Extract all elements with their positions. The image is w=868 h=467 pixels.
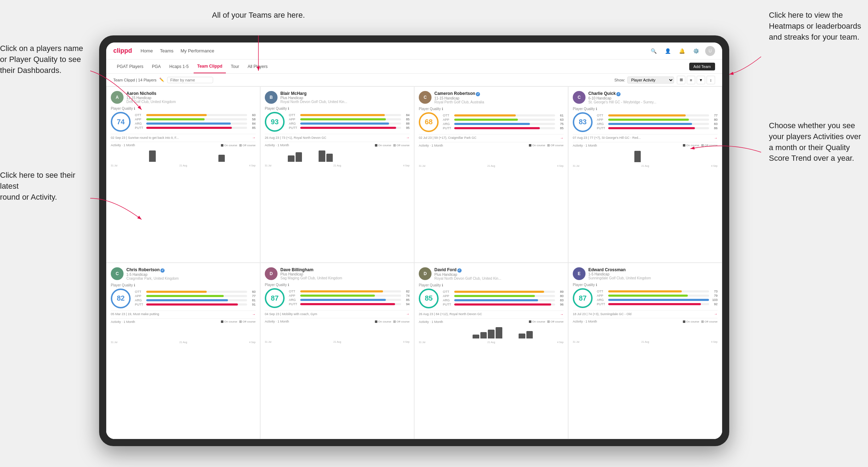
toolbar: Team Clippd | 14 Players ✏️ Show: Player…: [106, 74, 722, 86]
activity-label: Activity · 1 Month: [265, 320, 289, 323]
player-header[interactable]: B Blair McHarg Plus Handicap Royal North…: [265, 91, 410, 104]
activity-label: Activity · 1 Month: [265, 143, 289, 147]
settings-icon[interactable]: ⚙️: [691, 46, 701, 56]
stat-value: 80: [556, 294, 564, 298]
player-name[interactable]: Aaron Nicholls: [126, 91, 256, 96]
filter-button[interactable]: ▼: [697, 76, 705, 84]
tab-tour[interactable]: Tour: [227, 59, 242, 73]
stat-bar-bg: [146, 127, 247, 129]
latest-round[interactable]: 05 Mar 23 | 19, Must make putting →: [111, 311, 256, 316]
stat-name: OTT: [135, 290, 145, 294]
player-name[interactable]: Dave Billingham: [280, 267, 410, 272]
stat-name: OTT: [135, 113, 145, 117]
stat-value: 89: [556, 290, 564, 294]
chart-bar: [218, 155, 225, 162]
legend-off-course: Off course: [701, 320, 718, 323]
stat-value: 85: [556, 126, 564, 130]
nav-my-performance[interactable]: My Performance: [181, 47, 214, 55]
player-name[interactable]: Blair McHarg: [280, 91, 410, 96]
latest-round[interactable]: 26 Aug 23 | 73 (+1), Royal North Devon G…: [265, 134, 410, 139]
legend-off-course: Off course: [239, 320, 256, 323]
player-header[interactable]: D David Ford✓ Plus Handicap Royal North …: [419, 267, 564, 280]
quality-circle[interactable]: 93: [265, 112, 285, 132]
latest-round[interactable]: 18 Jul 23 | 74 (+3), Sunningdale GC - Ol…: [573, 310, 718, 316]
bell-icon[interactable]: 🔔: [677, 46, 687, 56]
stat-row: OTT 82: [289, 290, 410, 293]
player-header[interactable]: C Charlie Quick✓ 6-10 Handicap St. Georg…: [573, 91, 718, 104]
stat-value: 60: [249, 113, 256, 117]
quality-circle[interactable]: 85: [419, 289, 439, 308]
stat-name: PUTT: [597, 126, 607, 130]
player-name[interactable]: Edward Crossman: [588, 267, 718, 272]
tab-all-players[interactable]: All Players: [244, 59, 271, 73]
sort-button[interactable]: ↕: [707, 76, 715, 84]
quality-circle[interactable]: 87: [573, 288, 593, 308]
on-course-icon: [683, 320, 685, 323]
stat-value: 63: [556, 118, 564, 121]
stat-name: OTT: [289, 113, 299, 117]
stat-name: APP: [443, 118, 453, 121]
user-icon[interactable]: 👤: [663, 46, 673, 56]
list-view-button[interactable]: ≡: [687, 76, 695, 84]
add-team-button[interactable]: Add Team: [689, 63, 715, 70]
tab-pga[interactable]: PGA: [148, 59, 164, 73]
player-name[interactable]: Cameron Robertson✓: [434, 91, 564, 96]
filter-input[interactable]: [167, 77, 213, 83]
quality-circle[interactable]: 83: [573, 112, 593, 132]
chart-area: 31 Jul 21 Aug 4 Sep: [265, 325, 410, 343]
nav-items: Home Teams My Performance: [141, 47, 649, 55]
activity-legend: On course Off course: [683, 320, 718, 323]
player-name[interactable]: Charlie Quick✓: [588, 91, 718, 96]
chart-bar: [473, 335, 479, 338]
chart-area: 31 Jul 21 Aug 4 Sep: [111, 325, 256, 343]
quality-circle[interactable]: 68: [419, 112, 439, 132]
player-name[interactable]: David Ford✓: [434, 267, 564, 273]
stat-row: PUTT 96: [443, 303, 564, 306]
latest-round[interactable]: 02 Sep 23 | Sunrise round to get back in…: [111, 134, 256, 139]
edit-icon[interactable]: ✏️: [159, 78, 164, 82]
latest-round[interactable]: 07 Aug 23 | 77 (+7), St George's Hill GC…: [573, 134, 718, 140]
stat-value: 96: [556, 303, 564, 306]
activity-section: Activity · 1 Month On course Off course …: [419, 142, 564, 167]
off-course-icon: [701, 320, 704, 323]
player-header[interactable]: C Chris Robertson✓ 1-5 Handicap Craigmil…: [111, 267, 256, 280]
latest-round[interactable]: 02 Jul 23 | 59 (+17), Craigmillar Park G…: [419, 134, 564, 140]
stat-value: 85: [402, 118, 410, 121]
tab-team-clippd[interactable]: Team Clippd: [194, 59, 226, 73]
round-arrow: →: [406, 312, 410, 316]
player-header[interactable]: E Edward Crossman 1-5 Handicap Sunningda…: [573, 267, 718, 280]
quality-circle[interactable]: 82: [111, 289, 131, 308]
stat-value: 61: [556, 114, 564, 117]
quality-circle[interactable]: 87: [265, 288, 285, 308]
activity-legend: On course Off course: [375, 144, 410, 147]
show-select[interactable]: Player Activity Quality Score Trend: [627, 76, 674, 84]
stat-bar: [146, 299, 228, 301]
player-header[interactable]: C Cameron Robertson✓ 11-15 Handicap Roya…: [419, 91, 564, 104]
tab-hcaps[interactable]: Hcaps 1-5: [166, 59, 192, 73]
stat-name: APP: [289, 118, 299, 121]
stat-value: 103: [710, 298, 718, 302]
search-icon[interactable]: 🔍: [649, 46, 658, 56]
grid-view-button[interactable]: ⊞: [677, 76, 685, 84]
stat-name: OTT: [289, 290, 299, 293]
stat-value: 80: [710, 118, 718, 121]
avatar[interactable]: U: [705, 46, 715, 56]
tab-pgat-players[interactable]: PGAT Players: [113, 59, 147, 73]
stat-bar-bg: [146, 291, 247, 293]
quality-circle[interactable]: 74: [111, 112, 131, 132]
player-header[interactable]: D Dave Billingham Plus Handicap Sag Magi…: [265, 267, 410, 280]
latest-round[interactable]: 04 Sep 23 | Mobility with coach, Gym →: [265, 310, 410, 316]
activity-label: Activity · 1 Month: [573, 320, 597, 323]
nav-teams[interactable]: Teams: [160, 47, 173, 55]
stat-bar-bg: [300, 295, 401, 297]
latest-round[interactable]: 26 Aug 23 | 84 (+12), Royal North Devon …: [419, 311, 564, 316]
nav-home[interactable]: Home: [141, 47, 153, 55]
player-header[interactable]: A Aaron Nicholls 11-15 Handicap Drift Go…: [111, 91, 256, 104]
stat-bar-bg: [300, 303, 401, 305]
player-handicap: 1-5 Handicap: [126, 273, 256, 277]
player-name[interactable]: Chris Robertson✓: [126, 267, 256, 273]
activity-label: Activity · 1 Month: [419, 144, 443, 147]
activity-header: Activity · 1 Month On course Off course: [265, 320, 410, 323]
stat-name: ARG: [135, 298, 145, 302]
quality-label: Player Quality ℹ: [419, 107, 564, 111]
